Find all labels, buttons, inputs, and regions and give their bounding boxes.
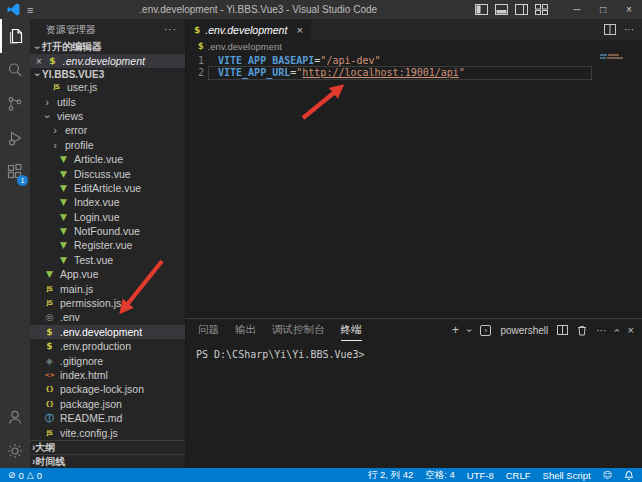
- outline-section-header[interactable]: › 大纲: [30, 440, 185, 454]
- new-terminal-icon[interactable]: +: [452, 323, 459, 337]
- toggle-secondary-sidebar-icon[interactable]: [515, 4, 528, 15]
- chevron-down-icon: ›: [33, 43, 43, 53]
- explorer-more-actions-icon[interactable]: ···: [164, 24, 177, 35]
- customize-layout-icon[interactable]: [535, 4, 548, 15]
- maximize-panel-icon[interactable]: ›: [611, 328, 622, 331]
- tree-item-Register.vue[interactable]: ▼Register.vue: [30, 238, 185, 252]
- tab-close-icon[interactable]: ×: [296, 24, 302, 36]
- encoding-status[interactable]: UTF-8: [467, 470, 494, 481]
- tree-item-package-lock.json[interactable]: {}package-lock.json: [30, 382, 185, 396]
- settings-button[interactable]: [0, 434, 30, 468]
- panel-tab-输出[interactable]: 输出: [235, 319, 256, 341]
- explorer-activity-button[interactable]: [0, 19, 30, 53]
- file-name: main.js: [60, 283, 93, 295]
- tab-env-development[interactable]: $ .env.development ×: [186, 19, 311, 40]
- close-panel-icon[interactable]: ×: [628, 324, 634, 336]
- timeline-label: 时间线: [35, 455, 65, 469]
- tree-item-.env[interactable]: ◎.env: [30, 310, 185, 324]
- toggle-panel-icon[interactable]: [495, 4, 508, 15]
- panel-tab-问题[interactable]: 问题: [198, 319, 219, 341]
- chevron-down-icon[interactable]: ›: [464, 328, 475, 331]
- code-line-2[interactable]: 2VITE_APP_URL="http://localhost:19001/ap…: [186, 67, 642, 79]
- js-icon: JS: [44, 285, 55, 293]
- env-file-icon: $: [47, 56, 58, 66]
- toggle-sidebar-icon[interactable]: [475, 4, 488, 15]
- tree-item-error[interactable]: ›error: [30, 123, 185, 137]
- vue-icon: ▼: [44, 269, 55, 279]
- file-name: utils: [57, 96, 76, 108]
- close-button[interactable]: ×: [616, 4, 642, 15]
- panel-tab-终端[interactable]: 终端: [341, 319, 362, 341]
- account-button[interactable]: [0, 400, 30, 434]
- tree-item-.env.development[interactable]: $.env.development: [30, 325, 185, 339]
- tree-item-NotFound.vue[interactable]: ▼NotFound.vue: [30, 224, 185, 238]
- editor-more-actions-icon[interactable]: ···: [624, 24, 634, 35]
- panel-tab-调试控制台[interactable]: 调试控制台: [272, 319, 325, 341]
- indentation-status[interactable]: 空格: 4: [425, 469, 455, 482]
- file-name: views: [57, 110, 83, 122]
- tree-item-Discuss.vue[interactable]: ▼Discuss.vue: [30, 166, 185, 180]
- tree-item-Test.vue[interactable]: ▼Test.vue: [30, 253, 185, 267]
- chevron-right-icon: ›: [50, 125, 60, 135]
- search-activity-button[interactable]: [0, 53, 30, 87]
- notifications-bell-icon[interactable]: [624, 470, 634, 481]
- breadcrumb[interactable]: $ .env.development: [186, 40, 642, 53]
- language-mode-status[interactable]: Shell Script: [543, 470, 591, 481]
- file-name: package.json: [60, 398, 122, 410]
- vue-icon: ▼: [58, 169, 69, 179]
- close-icon[interactable]: ×: [36, 56, 42, 67]
- tree-item-EditArticle.vue[interactable]: ▼EditArticle.vue: [30, 181, 185, 195]
- tree-item-Article.vue[interactable]: ▼Article.vue: [30, 152, 185, 166]
- file-name: Register.vue: [74, 239, 132, 251]
- code-editor[interactable]: 1VITE_APP_BASEAPI="/api-dev" 2VITE_APP_U…: [186, 53, 642, 318]
- tree-item-README.md[interactable]: ⓘREADME.md: [30, 411, 185, 425]
- minimize-button[interactable]: ─: [564, 4, 590, 15]
- tree-item-Index.vue[interactable]: ▼Index.vue: [30, 195, 185, 209]
- file-name: package-lock.json: [60, 383, 144, 395]
- minimap[interactable]: [596, 53, 642, 318]
- file-name: .env.production: [60, 340, 131, 352]
- run-debug-activity-button[interactable]: [0, 121, 30, 155]
- source-control-activity-button[interactable]: [0, 87, 30, 121]
- kill-terminal-trash-icon[interactable]: [577, 325, 587, 336]
- cursor-position-status[interactable]: 行 2, 列 42: [368, 469, 413, 482]
- panel-more-actions-icon[interactable]: ···: [596, 325, 606, 336]
- tree-item-App.vue[interactable]: ▼App.vue: [30, 267, 185, 281]
- problems-status[interactable]: ⊘ 0 △ 0: [8, 470, 42, 481]
- window-title: .env.development - Yi.BBS.Vue3 - Visual …: [41, 4, 475, 15]
- tree-item-profile[interactable]: ›profile: [30, 138, 185, 152]
- chevron-right-icon: ›: [42, 97, 52, 107]
- explorer-title: 资源管理器: [46, 23, 96, 37]
- tree-item-.env.production[interactable]: $.env.production: [30, 339, 185, 353]
- menu-icon[interactable]: ≡: [27, 4, 33, 16]
- feedback-smiley-icon[interactable]: ☺: [603, 470, 612, 480]
- open-editor-file-name: .env.development: [63, 55, 145, 67]
- tree-item-utils[interactable]: ›utils: [30, 94, 185, 108]
- extensions-activity-button[interactable]: 1: [0, 155, 30, 189]
- url-link[interactable]: http://localhost:19001/api: [302, 67, 459, 78]
- tree-item-permission.js[interactable]: JSpermission.js: [30, 296, 185, 310]
- shell-label[interactable]: powershell: [500, 325, 548, 336]
- open-editors-header[interactable]: › 打开的编辑器: [30, 40, 185, 54]
- tree-item-package.json[interactable]: {}package.json: [30, 397, 185, 411]
- tree-item-user.js[interactable]: JSuser.js: [30, 80, 185, 94]
- open-editor-item[interactable]: × $ .env.development: [30, 54, 185, 68]
- split-terminal-icon[interactable]: [557, 325, 568, 335]
- tree-item-vite.config.js[interactable]: JSvite.config.js: [30, 425, 185, 439]
- vue-icon: ▼: [58, 255, 69, 265]
- terminal-output[interactable]: PS D:\CSharp\Yi\Yi.BBS.Vue3>: [186, 341, 642, 360]
- tree-item-views[interactable]: ›views: [30, 109, 185, 123]
- tree-item-index.html[interactable]: <>index.html: [30, 368, 185, 382]
- vue-icon: ▼: [58, 240, 69, 250]
- timeline-section-header[interactable]: › 时间线: [30, 454, 185, 468]
- maximize-button[interactable]: □: [590, 4, 616, 15]
- tree-item-.gitignore[interactable]: ◈.gitignore: [30, 353, 185, 367]
- split-editor-icon[interactable]: [604, 24, 616, 35]
- file-name: Discuss.vue: [74, 168, 131, 180]
- tree-item-main.js[interactable]: JSmain.js: [30, 281, 185, 295]
- file-name: error: [65, 124, 87, 136]
- project-root-header[interactable]: › YI.BBS.VUE3: [30, 68, 185, 80]
- debug-icon: [5, 128, 25, 148]
- eol-status[interactable]: CRLF: [506, 470, 531, 481]
- tree-item-Login.vue[interactable]: ▼Login.vue: [30, 210, 185, 224]
